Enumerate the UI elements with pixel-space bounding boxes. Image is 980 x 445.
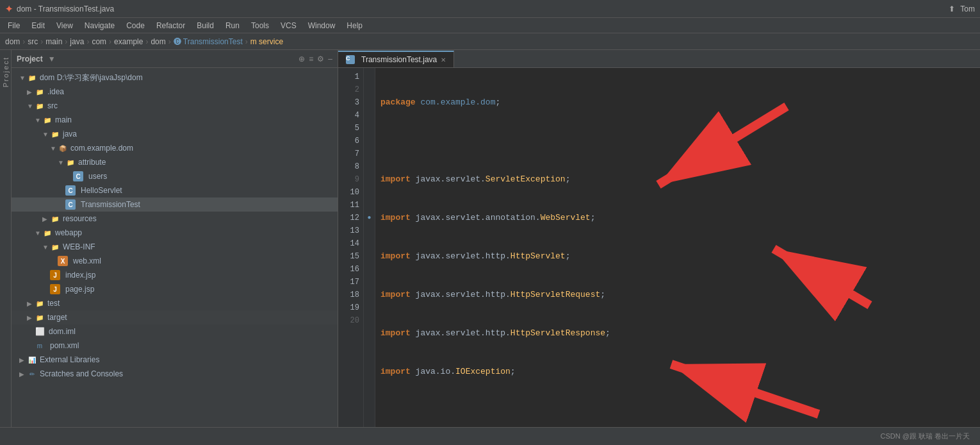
menu-navigate[interactable]: Navigate: [79, 20, 120, 31]
tree-webxml[interactable]: ▶ X web.xml: [12, 254, 338, 268]
code-line-7: import javax.servlet.http.HttpServletRes…: [380, 327, 975, 340]
code-line-6: import javax.servlet.http.HttpServletReq…: [380, 289, 975, 301]
line-num-6: 6: [338, 135, 359, 147]
gutter-16: [364, 263, 375, 276]
tree-java[interactable]: ▼ 📁 java: [12, 127, 338, 141]
breadcrumb-method[interactable]: m service: [250, 37, 283, 46]
folder-icon: 📁: [42, 228, 53, 238]
gutter-6: [364, 135, 375, 147]
line-num-15: 15: [338, 250, 359, 263]
line-num-14: 14: [338, 237, 359, 250]
tree-pagejsp[interactable]: ▶ J page.jsp: [12, 282, 338, 296]
tree-webapp[interactable]: ▼ 📁 webapp: [12, 226, 338, 240]
gutter-2: [364, 83, 375, 96]
project-label-strip: Project: [0, 50, 12, 427]
tree-resources[interactable]: ▶ 📁 resources: [12, 212, 338, 226]
breadcrumb-dom2[interactable]: dom: [151, 37, 165, 46]
gutter-13: [364, 224, 375, 237]
tree-label: web.xml: [73, 256, 101, 265]
line-num-10: 10: [338, 186, 359, 199]
collapse-icon[interactable]: ≡: [309, 55, 313, 63]
breadcrumb-src[interactable]: src: [28, 37, 38, 46]
tree-attribute[interactable]: ▼ 📁 attribute: [12, 155, 338, 169]
tree-label: pom.xml: [50, 341, 79, 350]
tree-idea[interactable]: ▶ 📁 .idea: [12, 85, 338, 99]
panel-settings-icon[interactable]: ⚙: [317, 55, 324, 63]
menu-help[interactable]: Help: [341, 20, 368, 31]
tab-close-button[interactable]: ✕: [441, 56, 446, 63]
tree-test[interactable]: ▶ 📁 test: [12, 296, 338, 310]
tree-transmissiontest[interactable]: ▶ C TransmissionTest: [12, 197, 338, 212]
tree-indexjsp[interactable]: ▶ J index.jsp: [12, 268, 338, 282]
gutter-18: [364, 289, 375, 301]
panel-dropdown-icon[interactable]: ▼: [48, 55, 56, 63]
line-num-8: 8: [338, 160, 359, 173]
lib-icon: 📊: [27, 355, 37, 365]
breadcrumb-java[interactable]: java: [70, 37, 84, 46]
tree-src[interactable]: ▼ 📁 src: [12, 99, 338, 113]
menu-refactor[interactable]: Refactor: [151, 20, 190, 31]
tree-ext-libraries[interactable]: ▶ 📊 External Libraries: [12, 353, 338, 367]
tree-label: users: [88, 172, 107, 181]
gutter: ●: [364, 68, 375, 427]
tree-webinf[interactable]: ▼ 📁 WEB-INF: [12, 240, 338, 254]
menu-run[interactable]: Run: [220, 20, 245, 31]
gutter-12: ●: [364, 212, 375, 224]
breadcrumb-com[interactable]: com: [92, 37, 106, 46]
tree-users[interactable]: ▶ C users: [12, 169, 338, 183]
menu-edit[interactable]: Edit: [26, 20, 50, 31]
tree-domiml[interactable]: ▶ ⬜ dom.iml: [12, 324, 338, 339]
gutter-3: [364, 96, 375, 109]
tree-label: target: [47, 313, 67, 322]
code-content[interactable]: package com.example.dom; import javax.se…: [375, 68, 980, 427]
title-text: dom - TransmissionTest.java: [17, 4, 114, 13]
menu-tools[interactable]: Tools: [246, 20, 274, 31]
menu-build[interactable]: Build: [192, 20, 219, 31]
code-line-2: [380, 135, 975, 147]
vcs-icon[interactable]: ⬆: [949, 4, 955, 13]
menu-code[interactable]: Code: [121, 20, 150, 31]
tree-label: attribute: [78, 158, 106, 167]
tree-dom-root[interactable]: ▼ 📁 dom D:\学习案例\javaJsp\dom: [12, 71, 338, 85]
tree-scratches[interactable]: ▶ ✏ Scratches and Consoles: [12, 367, 338, 381]
breadcrumb-dom[interactable]: dom: [5, 37, 20, 46]
panel-minimize-icon[interactable]: –: [328, 55, 332, 63]
line-num-11: 11: [338, 199, 359, 212]
editor-tab-transmissiontest[interactable]: C TransmissionTest.java ✕: [338, 51, 454, 67]
tree-label: index.jsp: [65, 271, 95, 280]
breadcrumb-main[interactable]: main: [45, 37, 62, 46]
line-num-3: 3: [338, 96, 359, 109]
tree-pomxml[interactable]: ▶ m pom.xml: [12, 339, 338, 353]
menu-file[interactable]: File: [3, 20, 25, 31]
iml-icon: ⬜: [35, 326, 45, 337]
folder-icon: 📁: [35, 312, 45, 323]
code-line-3: import javax.servlet.ServletException;: [380, 173, 975, 186]
panel-title: Project: [17, 55, 43, 63]
title-bar-right: ⬆ Tom: [949, 4, 975, 13]
locate-icon[interactable]: ⊕: [298, 55, 305, 63]
breadcrumb-class[interactable]: 🅒 TransmissionTest: [174, 37, 243, 46]
breadcrumb-example[interactable]: example: [114, 37, 143, 46]
gutter-5: [364, 122, 375, 135]
menu-vcs[interactable]: VCS: [275, 20, 302, 31]
code-line-1: package com.example.dom;: [380, 96, 975, 109]
menu-window[interactable]: Window: [303, 20, 341, 31]
line-num-13: 13: [338, 224, 359, 237]
tree-label: java: [63, 130, 77, 139]
app-logo: ✦: [5, 4, 13, 14]
gutter-7: [364, 147, 375, 160]
project-vertical-label: Project: [2, 56, 10, 87]
tree-package[interactable]: ▼ 📦 com.example.dom: [12, 141, 338, 155]
line-numbers: 1 2 3 4 5 6 7 8 9 10 11 12 13 14 15 16 1…: [338, 68, 364, 427]
folder-icon: 📁: [65, 157, 76, 167]
line-num-5: 5: [338, 122, 359, 135]
gutter-20: [364, 314, 375, 327]
tree-helloservlet[interactable]: ▶ C HelloServlet: [12, 183, 338, 197]
line-num-18: 18: [338, 289, 359, 301]
folder-icon: 📁: [35, 87, 45, 97]
project-panel-header: Project ▼ ⊕ ≡ ⚙ –: [12, 50, 338, 68]
tree-main[interactable]: ▼ 📁 main: [12, 113, 338, 127]
folder-icon: 📁: [35, 101, 45, 111]
tree-target[interactable]: ▶ 📁 target: [12, 310, 338, 324]
menu-view[interactable]: View: [51, 20, 78, 31]
